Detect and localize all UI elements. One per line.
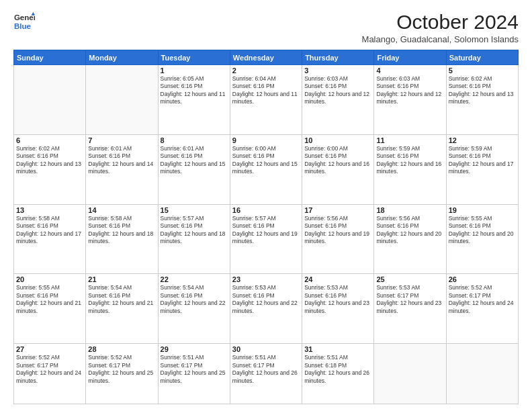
- day-number: 5: [449, 66, 516, 75]
- calendar-cell: 11Sunrise: 5:59 AM Sunset: 6:16 PM Dayli…: [374, 134, 446, 204]
- cell-details: Sunrise: 5:53 AM Sunset: 6:16 PM Dayligh…: [304, 284, 371, 315]
- calendar-cell: 22Sunrise: 5:54 AM Sunset: 6:16 PM Dayli…: [158, 274, 230, 344]
- cell-details: Sunrise: 5:59 AM Sunset: 6:16 PM Dayligh…: [449, 145, 516, 176]
- cell-details: Sunrise: 5:56 AM Sunset: 6:16 PM Dayligh…: [376, 215, 443, 246]
- day-number: 19: [449, 206, 516, 214]
- day-number: 11: [376, 136, 443, 144]
- cell-details: Sunrise: 5:54 AM Sunset: 6:16 PM Dayligh…: [161, 284, 228, 315]
- calendar-cell: 17Sunrise: 5:56 AM Sunset: 6:16 PM Dayli…: [302, 204, 374, 274]
- cell-details: Sunrise: 5:57 AM Sunset: 6:16 PM Dayligh…: [161, 215, 228, 246]
- cell-details: Sunrise: 5:52 AM Sunset: 6:17 PM Dayligh…: [449, 284, 516, 315]
- svg-text:Blue: Blue: [14, 22, 32, 30]
- cell-details: Sunrise: 5:55 AM Sunset: 6:16 PM Dayligh…: [449, 215, 516, 246]
- weekday-header-monday: Monday: [86, 50, 158, 65]
- cell-details: Sunrise: 6:00 AM Sunset: 6:16 PM Dayligh…: [232, 145, 300, 176]
- day-number: 15: [161, 206, 228, 214]
- calendar-cell: 21Sunrise: 5:54 AM Sunset: 6:16 PM Dayli…: [86, 274, 158, 344]
- day-number: 21: [88, 275, 155, 283]
- day-number: 28: [88, 345, 155, 353]
- cell-details: Sunrise: 5:57 AM Sunset: 6:16 PM Dayligh…: [232, 215, 300, 246]
- calendar-cell: 1Sunrise: 6:05 AM Sunset: 6:16 PM Daylig…: [158, 65, 230, 135]
- header: General Blue October 2024 Malango, Guada…: [13, 11, 519, 44]
- calendar-cell: 14Sunrise: 5:58 AM Sunset: 6:16 PM Dayli…: [86, 204, 158, 274]
- day-number: 8: [161, 136, 228, 144]
- day-number: 22: [161, 275, 228, 283]
- day-number: 30: [232, 345, 300, 353]
- weekday-header-wednesday: Wednesday: [230, 50, 302, 65]
- day-number: 25: [376, 275, 443, 283]
- calendar-cell: 29Sunrise: 5:51 AM Sunset: 6:17 PM Dayli…: [158, 344, 230, 404]
- calendar-cell: 25Sunrise: 5:53 AM Sunset: 6:17 PM Dayli…: [374, 274, 446, 344]
- weekday-header-thursday: Thursday: [302, 50, 374, 65]
- day-number: 4: [376, 66, 443, 75]
- weekday-header-tuesday: Tuesday: [158, 50, 230, 65]
- calendar-cell: 13Sunrise: 5:58 AM Sunset: 6:16 PM Dayli…: [14, 204, 86, 274]
- cell-details: Sunrise: 6:03 AM Sunset: 6:16 PM Dayligh…: [304, 75, 371, 106]
- cell-details: Sunrise: 5:52 AM Sunset: 6:17 PM Dayligh…: [88, 354, 155, 385]
- day-number: 6: [16, 136, 83, 144]
- cell-details: Sunrise: 5:52 AM Sunset: 6:17 PM Dayligh…: [16, 354, 83, 385]
- day-number: 29: [161, 345, 228, 353]
- calendar-cell: 26Sunrise: 5:52 AM Sunset: 6:17 PM Dayli…: [446, 274, 518, 344]
- cell-details: Sunrise: 5:54 AM Sunset: 6:16 PM Dayligh…: [88, 284, 155, 315]
- calendar-cell: [446, 344, 518, 404]
- cell-details: Sunrise: 5:59 AM Sunset: 6:16 PM Dayligh…: [376, 145, 443, 176]
- day-number: 24: [304, 275, 371, 283]
- day-number: 31: [304, 345, 371, 353]
- calendar-cell: 20Sunrise: 5:55 AM Sunset: 6:16 PM Dayli…: [14, 274, 86, 344]
- calendar-cell: 23Sunrise: 5:53 AM Sunset: 6:16 PM Dayli…: [230, 274, 302, 344]
- calendar-cell: 2Sunrise: 6:04 AM Sunset: 6:16 PM Daylig…: [230, 65, 302, 135]
- calendar-cell: 4Sunrise: 6:03 AM Sunset: 6:16 PM Daylig…: [374, 65, 446, 135]
- day-number: 26: [449, 275, 516, 283]
- calendar-cell: 19Sunrise: 5:55 AM Sunset: 6:16 PM Dayli…: [446, 204, 518, 274]
- logo: General Blue: [13, 11, 35, 32]
- day-number: 2: [232, 66, 300, 75]
- day-number: 17: [304, 206, 371, 214]
- title-block: October 2024 Malango, Guadalcanal, Solom…: [362, 11, 519, 44]
- cell-details: Sunrise: 5:58 AM Sunset: 6:16 PM Dayligh…: [16, 215, 83, 246]
- calendar-cell: 3Sunrise: 6:03 AM Sunset: 6:16 PM Daylig…: [302, 65, 374, 135]
- cell-details: Sunrise: 6:05 AM Sunset: 6:16 PM Dayligh…: [161, 75, 228, 106]
- day-number: 14: [88, 206, 155, 214]
- calendar-cell: 10Sunrise: 6:00 AM Sunset: 6:16 PM Dayli…: [302, 134, 374, 204]
- cell-details: Sunrise: 5:53 AM Sunset: 6:17 PM Dayligh…: [376, 284, 443, 315]
- cell-details: Sunrise: 6:04 AM Sunset: 6:16 PM Dayligh…: [232, 75, 300, 106]
- calendar-cell: 16Sunrise: 5:57 AM Sunset: 6:16 PM Dayli…: [230, 204, 302, 274]
- calendar-cell: 12Sunrise: 5:59 AM Sunset: 6:16 PM Dayli…: [446, 134, 518, 204]
- day-number: 10: [304, 136, 371, 144]
- day-number: 1: [161, 66, 228, 75]
- cell-details: Sunrise: 6:03 AM Sunset: 6:16 PM Dayligh…: [376, 75, 443, 106]
- calendar-cell: 5Sunrise: 6:02 AM Sunset: 6:16 PM Daylig…: [446, 65, 518, 135]
- calendar-cell: [14, 65, 86, 135]
- day-number: 3: [304, 66, 371, 75]
- weekday-header-sunday: Sunday: [14, 50, 86, 65]
- cell-details: Sunrise: 6:01 AM Sunset: 6:16 PM Dayligh…: [88, 145, 155, 176]
- main-title: October 2024: [362, 11, 519, 33]
- calendar-cell: 27Sunrise: 5:52 AM Sunset: 6:17 PM Dayli…: [14, 344, 86, 404]
- cell-details: Sunrise: 5:51 AM Sunset: 6:18 PM Dayligh…: [304, 354, 371, 385]
- calendar-cell: [374, 344, 446, 404]
- cell-details: Sunrise: 5:53 AM Sunset: 6:16 PM Dayligh…: [232, 284, 300, 315]
- cell-details: Sunrise: 5:55 AM Sunset: 6:16 PM Dayligh…: [16, 284, 83, 315]
- calendar-table: SundayMondayTuesdayWednesdayThursdayFrid…: [13, 50, 519, 404]
- page: General Blue October 2024 Malango, Guada…: [0, 0, 532, 411]
- calendar-cell: 28Sunrise: 5:52 AM Sunset: 6:17 PM Dayli…: [86, 344, 158, 404]
- calendar-cell: 30Sunrise: 5:51 AM Sunset: 6:17 PM Dayli…: [230, 344, 302, 404]
- day-number: 13: [16, 206, 83, 214]
- cell-details: Sunrise: 5:56 AM Sunset: 6:16 PM Dayligh…: [304, 215, 371, 246]
- cell-details: Sunrise: 6:02 AM Sunset: 6:16 PM Dayligh…: [16, 145, 83, 176]
- calendar-cell: 15Sunrise: 5:57 AM Sunset: 6:16 PM Dayli…: [158, 204, 230, 274]
- calendar-cell: [86, 65, 158, 135]
- calendar-cell: 8Sunrise: 6:01 AM Sunset: 6:16 PM Daylig…: [158, 134, 230, 204]
- calendar-cell: 24Sunrise: 5:53 AM Sunset: 6:16 PM Dayli…: [302, 274, 374, 344]
- cell-details: Sunrise: 5:58 AM Sunset: 6:16 PM Dayligh…: [88, 215, 155, 246]
- day-number: 27: [16, 345, 83, 353]
- calendar-cell: 7Sunrise: 6:01 AM Sunset: 6:16 PM Daylig…: [86, 134, 158, 204]
- logo-icon: General Blue: [13, 11, 35, 32]
- weekday-header-saturday: Saturday: [446, 50, 518, 65]
- calendar-cell: 18Sunrise: 5:56 AM Sunset: 6:16 PM Dayli…: [374, 204, 446, 274]
- day-number: 18: [376, 206, 443, 214]
- day-number: 20: [16, 275, 83, 283]
- cell-details: Sunrise: 6:02 AM Sunset: 6:16 PM Dayligh…: [449, 75, 516, 106]
- cell-details: Sunrise: 5:51 AM Sunset: 6:17 PM Dayligh…: [232, 354, 300, 385]
